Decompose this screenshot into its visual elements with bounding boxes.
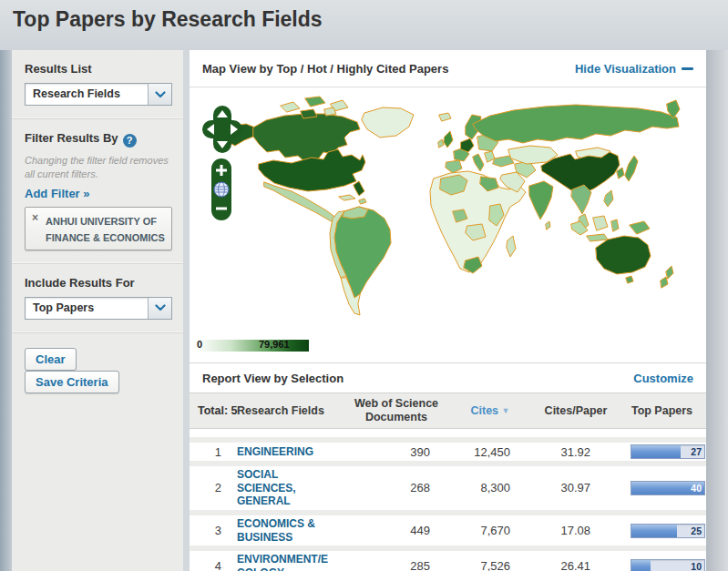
sort-desc-icon: ▼ [502,406,510,415]
map-view-header: Map View by Top / Hot / Highly Cited Pap… [190,50,706,87]
table-row: 1 ENGINEERING 390 12,450 31.92 27 [190,437,706,461]
include-results-label: Include Results For [25,276,172,290]
row-rank: 4 [190,559,230,571]
map-caribbean-islands[interactable] [339,195,366,204]
top-papers-bar: 40 [631,481,705,495]
country-madagascar[interactable] [507,236,516,257]
sidebar-actions: Clear Save Criteria [12,333,183,406]
row-cites: 12,450 [446,445,534,459]
country-ireland[interactable] [438,139,444,148]
bar-value: 40 [691,482,702,495]
row-cites: 8,300 [446,481,534,495]
bar-value: 25 [691,525,702,537]
customize-link[interactable]: Customize [633,372,693,385]
table-row: 4 ENVIRONMENT/ECOLOGY 285 7,526 26.41 10 [190,546,706,571]
row-cites-per-paper: 31.92 [534,445,618,459]
column-header-top-papers[interactable]: Top Papers [618,404,706,418]
bar-fill [631,560,651,571]
left-page-gutter [0,50,12,571]
field-link[interactable]: ENVIRONMENT/ECOLOGY [230,553,332,571]
row-cites-per-paper: 30.97 [534,481,618,495]
country-south-korea[interactable] [617,168,624,178]
country-balkans[interactable] [485,151,495,162]
row-cites: 7,526 [446,559,534,571]
remove-filter-icon[interactable]: × [32,211,38,224]
hide-visualization-link[interactable]: Hide Visualization [575,62,693,87]
map-legend: 0 79,961 [190,335,706,362]
country-uk[interactable] [444,131,453,148]
row-rank: 1 [190,445,230,459]
clear-button[interactable]: Clear [25,348,77,371]
row-cites-per-paper: 17.08 [534,524,618,537]
bar-value: 10 [691,560,702,571]
legend-min-value: 0 [197,339,202,350]
chevron-down-icon[interactable] [148,298,171,319]
field-link[interactable]: ENGINEERING [230,445,313,459]
report-table-body: 1 ENGINEERING 390 12,450 31.92 27 2 SOCI… [190,429,706,571]
globe-icon[interactable] [214,182,229,197]
page-title: Top Papers by Research Fields [0,0,728,32]
row-cites: 7,670 [446,524,534,537]
column-header-cites[interactable]: Cites ▼ [446,404,534,418]
include-results-section: Include Results For Top Papers [12,264,183,333]
country-iceland[interactable] [439,113,451,121]
table-row: 2 SOCIAL SCIENCES, GENERAL 268 8,300 30.… [190,461,706,510]
world-choropleth-map[interactable] [190,87,706,335]
field-link[interactable]: ECONOMICS & BUSINESS [230,517,332,544]
country-italy[interactable] [473,154,484,171]
total-count-label: Total: 5 [190,404,230,418]
country-canada[interactable] [253,114,360,161]
column-header-documents[interactable]: Web of Science Documents [346,397,446,424]
country-japan[interactable] [625,156,638,181]
legend-max-value: 79,961 [259,339,290,350]
table-header-row: Total: 5 Research Fields Web of Science … [190,393,706,429]
country-spain[interactable] [446,160,462,173]
add-filter-link[interactable]: Add Filter » [25,187,90,200]
map-pan-control[interactable] [202,106,242,153]
country-tasmania[interactable] [626,276,633,283]
country-indochina[interactable] [571,185,591,214]
column-header-research-fields[interactable]: Research Fields [230,404,346,418]
include-results-select[interactable]: Top Papers [25,297,172,320]
country-sri-lanka[interactable] [546,221,550,229]
minus-icon [682,67,693,70]
country-germany[interactable] [461,138,474,152]
active-filter-tag[interactable]: × ANHUI UNIVERSITY OF FINANCE & ECONOMIC… [25,207,172,250]
top-papers-bar: 27 [631,444,705,459]
main-panel: Map View by Top / Hot / Highly Cited Pap… [190,50,706,571]
row-documents: 390 [346,445,446,459]
filter-results-label: Filter Results By? [25,131,172,148]
country-australia[interactable] [596,236,651,274]
country-greenland[interactable] [362,107,414,138]
world-map-canvas [190,87,706,335]
country-russia[interactable] [473,105,679,143]
country-venezuela-colombia[interactable] [343,207,368,219]
top-papers-bar: 10 [631,559,705,571]
row-rank: 2 [190,481,230,495]
row-documents: 268 [346,481,446,495]
column-header-cites-per-paper[interactable]: Cites/Paper [534,404,618,418]
legend-gradient-bar [196,340,309,352]
filter-note: Changing the filter field removes all cu… [25,154,172,181]
top-papers-bar: 25 [631,524,705,538]
country-india[interactable] [529,181,553,219]
row-rank: 3 [190,524,230,537]
map-zoom-control[interactable] [211,158,231,220]
country-new-zealand[interactable] [661,266,673,288]
right-page-gutter [706,50,728,571]
map-view-title: Map View by Top / Hot / Highly Cited Pap… [202,62,448,87]
row-documents: 449 [346,524,446,537]
report-view-header: Report View by Selection Customize [190,362,706,393]
results-list-select[interactable]: Research Fields [25,83,172,106]
row-documents: 285 [346,559,446,571]
bar-fill [631,525,677,537]
chevron-down-icon[interactable] [148,84,171,105]
bar-fill [631,445,681,458]
save-criteria-button[interactable]: Save Criteria [25,371,119,393]
filters-sidebar: Results List Research Fields Filter Resu… [12,50,183,571]
row-cites-per-paper: 26.41 [534,559,618,571]
zoom-out-icon[interactable] [216,208,227,210]
results-list-label: Results List [25,62,172,76]
field-link[interactable]: SOCIAL SCIENCES, GENERAL [230,468,332,508]
help-icon[interactable]: ? [123,134,137,148]
